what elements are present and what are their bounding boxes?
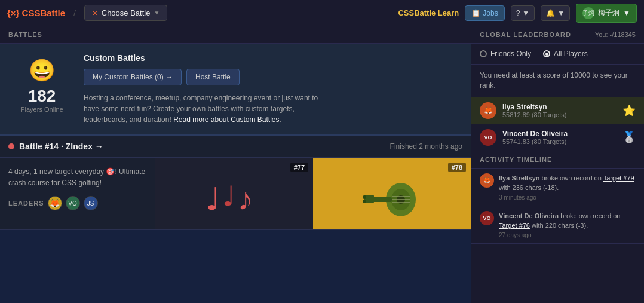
target-78-badge: #78 [448,163,466,172]
svg-point-11 [363,195,366,199]
battle-icon: ✕ [92,9,98,17]
host-battle-button[interactable]: Host Battle [186,69,240,85]
battle-left-info: 4 days, 1 new target everyday 🎯! Ultimat… [0,158,155,229]
jobs-button[interactable]: 📋 Jobs [465,5,504,21]
battles-content: 😀 182 Players Online Custom Battles My C… [0,44,471,230]
all-players-radio-dot [543,50,550,57]
leaderboard-you: You: -/118345 [595,31,636,38]
user-menu-button[interactable]: 子炯 梅子炯 ▼ [576,4,637,23]
choose-battle-button[interactable]: ✕ Choose Battle ▼ [84,5,168,21]
chevron-down-icon: ▼ [522,9,529,17]
custom-battles-info: Custom Battles My Custom Battles (0) → H… [84,53,459,125]
nav-separator: / [73,8,76,17]
custom-battles-buttons: My Custom Battles (0) → Host Battle [84,69,459,85]
target-78-visual [313,158,471,229]
all-players-radio[interactable]: All Players [543,50,588,58]
leader-avatar-1: 🦊 [48,196,62,210]
battle-status-dot [8,143,14,149]
activity-avatar-2: VO [480,211,494,225]
target-card-78[interactable]: #78 [313,158,471,229]
bell-icon: 🔔 [546,9,555,17]
players-count: 182 [28,87,56,106]
chevron-down-icon: ▼ [557,9,565,17]
activity-user-1: Ilya Streltsyn [499,175,539,182]
friends-radio-dot [480,50,487,57]
smiley-icon: 😀 [29,58,56,83]
target-77-visual: ♩ ♩ ♪ [155,158,313,229]
battles-section-header: BATTLES [0,26,471,44]
my-custom-battles-button[interactable]: My Custom Battles (0) → [84,69,182,85]
svg-text:♩: ♩ [222,180,235,212]
battle-header: Battle #14 · ZIndex → Finished 2 months … [0,136,471,158]
read-more-link[interactable]: Read more about Custom Battles [173,115,279,124]
target-77-badge: #77 [290,163,308,172]
activity-target-link-1[interactable]: Target #79 [603,175,634,182]
svg-point-12 [363,200,366,203]
svg-text:♩: ♩ [206,182,220,216]
jobs-icon: 📋 [471,9,480,17]
custom-battles-section: 😀 182 Players Online Custom Battles My C… [0,44,471,136]
leaders-row: LEADERS 🦊 VO JS [8,196,147,210]
friends-only-radio[interactable]: Friends Only [480,50,531,58]
battle-title[interactable]: Battle #14 · ZIndex → [8,142,103,151]
battle-status-text: Finished 2 months ago [390,142,462,151]
activity-text-2: Vincent De Oliveira broke own record on … [499,211,636,238]
top-navigation: {×} CSSBattle / ✕ Choose Battle ▼ CSSBat… [0,0,644,26]
battle-body: 4 days, 1 new target everyday 🎯! Ultimat… [0,158,471,229]
leaderboard-name-2: Vincent De Oliveira [502,130,617,138]
leaderboard-entry-1: 🦊 Ilya Streltsyn 55812.89 (80 Targets) ⭐ [471,97,644,124]
all-players-label: All Players [554,50,588,58]
leaderboard-badge-2: 🥈 [622,131,636,144]
avatar: 子炯 [582,7,594,19]
activity-timeline-header: ACTIVITY TIMELINE [471,151,644,169]
guitar-svg [356,164,428,224]
custom-battles-description: Hosting a conference, meetup, company en… [84,93,323,125]
notifications-button[interactable]: 🔔 ▼ [541,5,570,21]
leaderboard-info-1: Ilya Streltsyn 55812.89 (80 Targets) [502,103,617,118]
left-panel: BATTLES 😀 182 Players Online Custom Batt… [0,26,471,303]
help-button[interactable]: ? ▼ [511,5,535,21]
activity-time-1: 3 minutes ago [499,194,636,201]
activity-text-1: Ilya Streltsyn broke own record on Targe… [499,173,636,201]
svg-rect-6 [373,197,392,202]
players-online-widget: 😀 182 Players Online [12,53,72,113]
target-card-77[interactable]: #77 ♩ ♩ ♪ [155,158,313,229]
chevron-down-icon: ▼ [623,9,630,17]
leaderboard-title: GLOBAL LEADERBOARD [480,31,571,38]
activity-target-link-2[interactable]: Target #76 [499,222,530,229]
leaderboard-score-1: 55812.89 (80 Targets) [502,111,617,118]
music-notes-svg: ♩ ♩ ♪ [204,167,264,221]
activity-user-2: Vincent De Oliveira [499,212,559,219]
main-layout: BATTLES 😀 182 Players Online Custom Batt… [0,26,644,303]
leader-avatar-3: JS [84,196,98,210]
leaderboard-entry-2: VO Vincent De Oliveira 55741.83 (80 Targ… [471,124,644,151]
username-label: 梅子炯 [598,8,620,18]
custom-battles-title: Custom Battles [84,53,459,63]
jobs-label: Jobs [483,9,498,17]
leaderboard-score-2: 55741.83 (80 Targets) [502,138,617,145]
battle-targets: #77 ♩ ♩ ♪ #7 [155,158,471,229]
choose-battle-label: Choose Battle [102,8,151,17]
battle-description: 4 days, 1 new target everyday 🎯! Ultimat… [8,166,147,189]
help-label: ? [516,9,520,17]
activity-avatar-1: 🦊 [480,173,494,188]
leaderboard-filter-group: Friends Only All Players [471,44,644,65]
leader-avatar-2: VO [66,196,80,210]
leaderboard-name-1: Ilya Streltsyn [502,103,617,111]
activity-time-2: 27 days ago [499,232,636,238]
user-initials: 子炯 [582,9,594,17]
learn-link[interactable]: CSSBattle Learn [398,8,459,17]
activity-entry-1: 🦊 Ilya Streltsyn broke own record on Tar… [471,169,644,206]
leaders-label: LEADERS [8,200,44,207]
logo: {×} CSSBattle [7,8,65,18]
chevron-down-icon: ▼ [154,10,160,16]
right-panel: GLOBAL LEADERBOARD You: -/118345 Friends… [471,26,644,303]
battle-item: Battle #14 · ZIndex → Finished 2 months … [0,136,471,230]
leaderboard-badge-1: ⭐ [622,104,636,117]
leaderboard-info-2: Vincent De Oliveira 55741.83 (80 Targets… [502,130,617,145]
leaderboard-avatar-2: VO [480,129,496,146]
leaderboard-header: GLOBAL LEADERBOARD You: -/118345 [471,26,644,44]
activity-entry-2: VO Vincent De Oliveira broke own record … [471,206,644,244]
friends-only-label: Friends Only [490,50,531,58]
rank-notice: You need at least a score of 10000 to se… [471,65,644,97]
